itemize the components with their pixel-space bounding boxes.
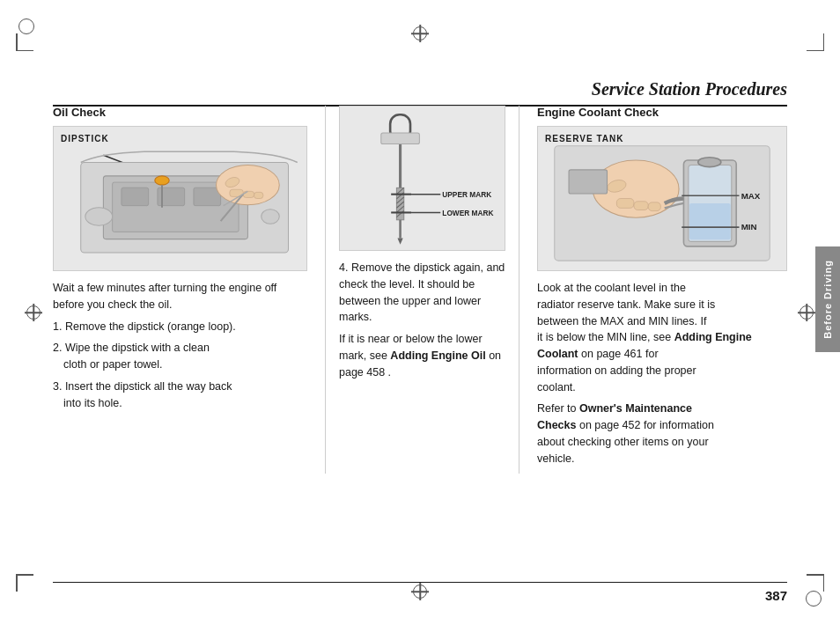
page-number: 387 (765, 588, 787, 603)
coolant-check-illustration: RESERVE TANK MAX (537, 126, 787, 271)
corner-mark-top-left (16, 16, 51, 51)
col-middle: UPPER MARK LOWER MARK (326, 106, 519, 474)
svg-rect-38 (689, 203, 731, 239)
svg-rect-12 (254, 192, 263, 198)
coolant-check-heading: Engine Coolant Check (537, 106, 787, 119)
dipstick-svg: UPPER MARK LOWER MARK (340, 107, 505, 250)
oil-intro-text: Wait a few minutes after turning the eng… (53, 280, 307, 313)
svg-rect-45 (616, 199, 634, 209)
before-driving-tab: Before Driving (815, 246, 840, 352)
page: Service Station Procedures Before Drivin… (0, 0, 840, 625)
cross-mark-bottom (411, 583, 429, 600)
svg-rect-47 (648, 202, 660, 211)
svg-text:LOWER MARK: LOWER MARK (442, 209, 493, 217)
svg-text:UPPER MARK: UPPER MARK (442, 190, 491, 199)
svg-rect-34 (381, 133, 420, 143)
cross-mark-right (798, 304, 815, 321)
sidebar-tab-label: Before Driving (822, 260, 833, 339)
corner-mark-top-right (789, 16, 824, 51)
col-oil-check: Oil Check DIPSTICK (53, 106, 326, 474)
oil-check-body: Wait a few minutes after turning the eng… (53, 280, 307, 411)
oil-check-heading: Oil Check (53, 106, 307, 119)
oil-step2: 2. Wipe the dipstick with a clean cloth … (53, 340, 307, 373)
bottom-line (53, 582, 787, 583)
oil-step1: 1. Remove the dipstick (orange loop). (53, 319, 307, 335)
svg-rect-52 (569, 170, 607, 194)
svg-rect-4 (122, 188, 149, 206)
svg-point-7 (155, 176, 169, 185)
coolant-svg: MAX MIN (538, 127, 786, 270)
svg-rect-20 (396, 188, 403, 219)
svg-point-17 (262, 210, 280, 224)
svg-text:MAX: MAX (741, 191, 761, 201)
svg-point-16 (85, 208, 113, 226)
cross-mark-left (25, 304, 42, 321)
columns: Oil Check DIPSTICK (53, 106, 787, 474)
page-header: Service Station Procedures (53, 79, 787, 107)
content-area: Oil Check DIPSTICK (53, 106, 787, 572)
coolant-para2: Refer to Owner's Maintenance Checks on p… (537, 401, 787, 467)
dipstick-illustration: UPPER MARK LOWER MARK (339, 106, 505, 251)
oil-check-illustration: DIPSTICK (53, 126, 307, 271)
coolant-para1: Look at the coolant level in the radiato… (537, 280, 787, 395)
oil-check-svg (54, 127, 306, 270)
coolant-body: Look at the coolant level in the radiato… (537, 280, 787, 467)
step4b-text: If it is near or below the lower mark, s… (339, 331, 505, 380)
svg-rect-6 (194, 188, 221, 206)
svg-text:MIN: MIN (741, 222, 757, 232)
svg-point-43 (698, 158, 721, 167)
svg-rect-46 (634, 202, 648, 210)
cross-mark-top (411, 25, 429, 42)
corner-mark-bottom-left (16, 574, 51, 609)
oil-step3: 3. Insert the dipstick all the way back … (53, 379, 307, 412)
step4-text: 4. Remove the dipstick again, and check … (339, 260, 505, 326)
page-title: Service Station Procedures (592, 79, 787, 99)
corner-mark-bottom-right (789, 574, 824, 609)
middle-body-text: 4. Remove the dipstick again, and check … (339, 260, 505, 380)
col-coolant-check: Engine Coolant Check RESERVE TANK (519, 106, 787, 474)
